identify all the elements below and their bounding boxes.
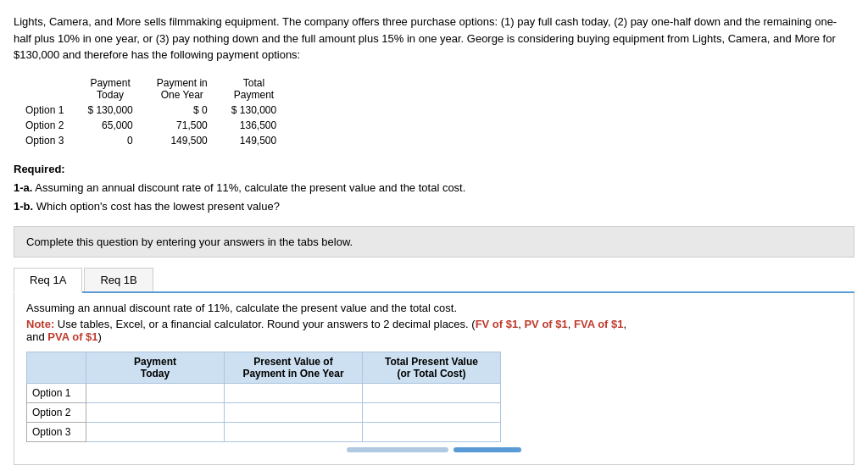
note-close: ) [98,330,102,343]
option2-total: 136,500 [220,118,288,133]
answer-option2-pv-cell[interactable] [225,402,363,422]
complete-instruction-text: Complete this question by entering your … [26,236,353,248]
answer-row-option3: Option 3 [27,422,501,441]
scroll-bar-left[interactable] [347,447,448,452]
note-fva[interactable]: FVA of $1 [574,318,624,330]
req-1b-text: 1-b. Which option's cost has the lowest … [14,200,280,213]
note-comma2: , [568,318,574,330]
tab-req1a-label: Req 1A [30,274,66,286]
answer-option2-total-cell[interactable] [363,402,501,422]
scroll-bar-right[interactable] [453,447,521,452]
option1-label: Option 1 [14,103,75,118]
note-pva[interactable]: PVA of $1 [47,330,97,343]
table-row: Option 3 0 149,500 149,500 [14,133,288,148]
option3-label: Option 3 [14,133,75,148]
option3-today: 0 [75,133,144,148]
answer-option2-today-cell[interactable] [86,402,225,422]
option1-total: $ 130,000 [220,103,288,118]
answer-option3-today-input[interactable] [86,423,224,441]
answer-option3-label: Option 3 [27,422,86,441]
option2-today: 65,000 [75,118,144,133]
col-header-payment-today: PaymentToday [86,352,225,383]
answer-option3-total-cell[interactable] [363,422,501,441]
answer-table: PaymentToday Present Value ofPayment in … [26,352,501,442]
option3-total: 149,500 [220,133,288,148]
option3-oneyear: 149,500 [145,133,220,148]
scroll-hint [26,447,842,452]
note-pv[interactable]: PV of $1 [524,318,567,330]
tab-req1b-label: Req 1B [100,274,136,286]
option2-oneyear: 71,500 [145,118,220,133]
tab-req1b[interactable]: Req 1B [84,268,153,291]
complete-instruction-box: Complete this question by entering your … [14,226,854,258]
req1a-description: Assuming an annual discount rate of 11%,… [26,302,842,314]
req-1a-text: 1-a. Assuming an annual discount rate of… [14,181,465,194]
required-section: Required: 1-a. Assuming an annual discou… [14,160,854,216]
tab-content-req1a: Assuming an annual discount rate of 11%,… [14,293,854,465]
answer-option3-pv-cell[interactable] [225,422,363,441]
answer-option1-label: Option 1 [27,383,86,402]
note-body: Use tables, Excel, or a financial calcul… [58,318,476,330]
required-label: Required: [14,163,65,175]
answer-option3-total-input[interactable] [363,423,500,441]
option1-oneyear: $ 0 [145,103,220,118]
answer-option1-today-input[interactable] [86,384,224,402]
answer-option1-pv-input[interactable] [225,384,362,402]
answer-option2-pv-input[interactable] [225,403,362,422]
note-label: Note: [26,318,54,330]
table-row: Option 1 $ 130,000 $ 0 $ 130,000 [14,103,288,118]
table-row: Option 2 65,000 71,500 136,500 [14,118,288,133]
answer-option1-today-cell[interactable] [86,383,225,402]
note-fv[interactable]: FV of $1 [476,318,519,330]
reference-table: PaymentToday Payment inOne Year TotalPay… [14,75,288,148]
answer-option1-pv-cell[interactable] [225,383,363,402]
intro-paragraph: Lights, Camera, and More sells filmmakin… [14,14,854,64]
col-header-pv-payment: Present Value ofPayment in One Year [225,352,363,383]
answer-row-option1: Option 1 [27,383,501,402]
answer-option1-total-cell[interactable] [363,383,501,402]
answer-option2-today-input[interactable] [86,403,224,422]
answer-option1-total-input[interactable] [363,384,500,402]
option2-label: Option 2 [14,118,75,133]
col-header-empty [27,352,86,383]
col-header-total-pv: Total Present Value(or Total Cost) [363,352,501,383]
answer-option2-total-input[interactable] [363,403,500,422]
req1a-note: Note: Use tables, Excel, or a financial … [26,318,842,343]
answer-option2-label: Option 2 [27,402,86,422]
tabs-container: Req 1A Req 1B [14,268,854,293]
answer-option3-today-cell[interactable] [86,422,225,441]
answer-option3-pv-input[interactable] [225,423,362,441]
tab-req1a[interactable]: Req 1A [14,268,82,293]
option1-today: $ 130,000 [75,103,144,118]
answer-row-option2: Option 2 [27,402,501,422]
